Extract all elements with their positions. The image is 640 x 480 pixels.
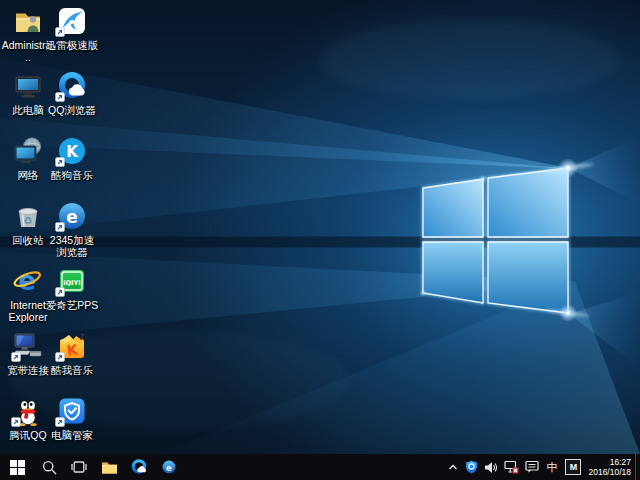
task-view-button[interactable] [64,454,94,480]
desktop-icon-label: 爱奇艺PPS [46,299,99,311]
volume-tray-button[interactable] [481,454,501,480]
start-button[interactable] [0,454,34,480]
shield-check-icon [55,394,89,428]
desktop-icon-kugou-music[interactable]: K酷狗音乐 [45,134,99,181]
desktop-icon-label: 宽带连接 [7,364,49,376]
monitor-icon [11,69,45,103]
svg-text:K: K [66,143,79,161]
desktop-icon-label: 迅雷极速版 [46,39,99,51]
security-center-tray-button[interactable] [462,454,481,480]
user-folder-icon [11,4,45,38]
shortcut-arrow-badge [55,352,65,362]
file-explorer-button[interactable] [94,454,124,480]
qq-ring-cloud-icon [55,69,89,103]
action-center-tray-button[interactable] [522,454,542,480]
search-button[interactable] [34,454,64,480]
clock-time: 16:27 [588,457,631,467]
folder-icon [101,460,118,475]
recycle-bin-icon: ♻ [11,199,45,233]
kugou-k-icon: K [55,134,89,168]
svg-text:♪: ♪ [79,332,85,342]
ime-language-indicator[interactable]: 中 [542,460,561,475]
svg-text:e: e [166,463,172,473]
message-bubble-icon [525,460,539,474]
qq-browser-button[interactable] [124,454,154,480]
desktop-icon-iqiyi-pps[interactable]: iQIYI爱奇艺PPS [45,264,99,311]
shortcut-arrow-badge [55,27,65,37]
shortcut-arrow-badge [55,417,65,427]
desktop-icon-2345-browser[interactable]: e2345加速浏览器 [45,199,99,258]
svg-text:♻: ♻ [24,215,33,226]
qq-penguin-icon [11,394,45,428]
desktop-icon-label: 酷我音乐 [51,364,93,376]
windows-desktop: Administra...迅雷极速版此电脑QQ浏览器网络K酷狗音乐♻回收站e23… [0,0,640,480]
taskbar: e 中 M 16:27 2016/10/18 [0,454,640,480]
hidden-icons-tray-button[interactable] [444,454,462,480]
shortcut-arrow-badge [55,157,65,167]
desktop-icon-label: 酷狗音乐 [51,169,93,181]
system-tray: 中 M 16:27 2016/10/18 [444,454,640,480]
magnifier-icon [42,460,57,475]
xunlei-bird-icon [55,4,89,38]
desktop-icon-label: 回收站 [12,234,44,246]
desktop-icon-grid: Administra...迅雷极速版此电脑QQ浏览器网络K酷狗音乐♻回收站e23… [0,0,640,454]
kuwo-box-icon: K♪ [55,329,89,363]
clock-date: 2016/10/18 [588,467,631,477]
shortcut-arrow-badge [55,92,65,102]
svg-text:e: e [66,207,78,227]
shortcut-arrow-badge [55,287,65,297]
desktop-icon-label: 网络 [18,169,39,181]
speaker-icon [484,461,498,474]
network-globe-icon [11,134,45,168]
desktop-icon-label: 腾讯QQ [9,429,46,441]
desktop-icon-label: 电脑管家 [51,429,93,441]
desktop-icon-label: 此电脑 [12,104,44,116]
tray-icons [444,454,542,480]
monitor-red-x-icon [504,460,519,474]
taskbar-buttons: e [0,454,184,480]
desktop-icon-pc-manager[interactable]: 电脑管家 [45,394,99,441]
desktop-icon-label: QQ浏览器 [48,104,96,116]
shortcut-arrow-badge [11,352,21,362]
blue-shield-icon [465,460,478,474]
broadband-pc-icon [11,329,45,363]
blue-e-globe-icon: e [55,199,89,233]
ie-e-icon: e [11,264,45,298]
desktop-icon-qq-browser[interactable]: QQ浏览器 [45,69,99,116]
desktop-icon-kuwo-music[interactable]: K♪酷我音乐 [45,329,99,376]
network-status-tray-button[interactable] [501,454,522,480]
ime-mode-indicator[interactable]: M [565,459,581,475]
shortcut-arrow-badge [55,222,65,232]
taskbar-clock[interactable]: 16:27 2016/10/18 [588,457,631,477]
blue-e-globe-small-icon: e [161,459,177,475]
iqiyi-green-icon: iQIYI [55,264,89,298]
svg-text:iQIYI: iQIYI [63,279,80,287]
2345-browser-button[interactable]: e [154,454,184,480]
shortcut-arrow-badge [11,417,21,427]
windows-logo-icon [10,460,25,475]
qq-ring-cloud-small-icon [130,458,148,476]
desktop-icon-label: 2345加速浏览器 [45,234,99,258]
chevron-up-icon [447,461,459,473]
desktop-icon-xunlei-speed[interactable]: 迅雷极速版 [45,4,99,51]
show-desktop-button[interactable] [635,454,640,480]
task-view-frames-icon [71,459,87,475]
